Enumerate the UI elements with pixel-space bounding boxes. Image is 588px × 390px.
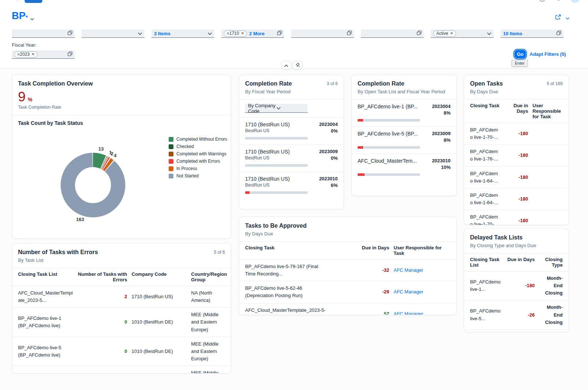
filter-field-7[interactable]: Active✕ [431,29,494,38]
page-header: BP* [12,11,576,24]
fiscal-year-field[interactable]: =2023✕ [12,50,75,59]
table-row[interactable]: AFC_Cloud_MasterTemplate_2023-5... 0 101… [12,366,231,373]
table-row[interactable]: AFC_Cloud_MasterTemplate_2023-5... 2 171… [12,286,231,308]
table-row[interactable]: AFC_Cloud_MasterTemplate_2023-5-62-46 (D… [239,303,456,315]
go-button[interactable]: Go [514,50,526,58]
company-code-cell: 1010 (BestRun DE) [132,348,187,355]
back-icon[interactable] [15,0,18,2]
filter-token[interactable]: =2023✕ [14,51,37,58]
item-title: 1710 (BestRun US) [245,122,290,127]
table-row[interactable]: BP_AFCdemo live-5-62-46 (Depreciation Po… [239,281,456,303]
progress-bar [245,191,308,194]
remove-token-icon[interactable]: ✕ [32,53,35,56]
legend-item[interactable]: Completed Without Errors [169,137,227,142]
table-row[interactable]: BP_AFCdemo live-5... -26 Month-End Closi… [464,300,569,329]
table-row[interactable]: AFC_Cloud_MasterTem... 55 Month-End Clos… [464,330,569,332]
table-row[interactable]: BP_AFCdemo live-5-79-167 (Final Time Rec… [239,260,456,281]
value-help-icon[interactable] [68,51,72,57]
view-by-selector[interactable]: By Company Code [245,104,308,113]
filter-token[interactable]: Active✕ [433,30,456,37]
value-help-icon[interactable] [556,30,561,36]
table-row[interactable]: BP_AFCdemo live-1-64-... -180 [464,188,569,210]
list-item[interactable]: 1710 (BestRun US) BestRun US 2023009 0% [239,145,344,172]
item-title: BP_AFCdemo live-5 (BP... [358,131,418,137]
remove-token-icon[interactable]: ✕ [450,32,453,35]
user-responsible-link[interactable]: AFC Manager [394,310,451,315]
collapse-header-button[interactable] [281,61,291,69]
user-responsible-link[interactable]: AFC Manager [394,288,451,296]
svg-text:2: 2 [111,151,113,156]
region-cell: MEE (Middle and Eastern Europe) [191,311,225,333]
share-icon[interactable] [555,14,561,22]
legend-item[interactable]: Completed with Warnings [169,151,227,156]
table-row[interactable]: BP_AFCdemo live-1 (BP_AFCdemo live) 0 10… [12,308,231,337]
bell-icon[interactable] [556,0,562,2]
due-in-days-cell: 57 [334,310,389,315]
legend-swatch [169,174,173,178]
sap-logo[interactable]: SAP [25,0,42,3]
closing-task-cell: BP_AFCdemo live-1-76-... [470,148,499,163]
card-subtitle: By Days Due [239,229,456,241]
donut-chart[interactable]: 13124163 [47,139,139,231]
due-in-days-cell: -180 [504,217,528,224]
region-cell: NA (North America) [191,289,225,304]
filter-field-5[interactable] [291,29,354,38]
user-responsible-link[interactable]: AFC Manager [394,267,451,274]
value-help-icon[interactable] [277,30,282,36]
card-title: Completion Rate [358,80,404,87]
filter-field-4[interactable]: =1710✕ 2 More [221,29,284,38]
table-row[interactable]: BP_AFCdemo live-5 (BP_AFCdemo live) 0 10… [12,337,231,366]
svg-text:163: 163 [76,217,84,222]
closing-type-cell: Month-End Closing [539,304,563,326]
avatar[interactable]: AM [570,0,580,3]
table-row[interactable]: BP_AFCdemo live-1-64-... -180 [464,167,569,188]
adapt-filters-link[interactable]: Adapt Filters (5) [530,51,566,57]
chevron-down-icon [138,31,142,36]
card-open-tasks: Open Tasks 5 of 169 By Days Due Closing … [464,75,569,225]
table-row[interactable]: BP_AFCdemo live-1-70-... -180 [464,123,569,145]
help-icon[interactable]: ? [539,0,545,1]
filter-field-1[interactable] [12,29,75,38]
filter-field-3[interactable]: 3 Items [151,29,214,38]
value-help-icon[interactable] [347,30,352,36]
value-help-icon[interactable] [417,30,422,36]
chevron-down-icon [126,0,130,1]
card-title: Number of Tasks with Errors [18,249,98,256]
table-row[interactable]: BP_AFCdemo live-1-76-... -180 [464,145,569,166]
kpi-task-completion-rate: 9% Task Completion Rate [12,87,231,115]
card-title: Completion Rate [245,80,292,87]
list-item[interactable]: 1710 (BestRun US) BestRun US 2023004 0% [239,118,344,145]
completion-percent: 8% [425,137,451,143]
legend-item[interactable]: Not Started [169,173,227,178]
filter-field-2[interactable] [82,29,144,38]
item-title: AFC_Cloud_MasterTem... [358,158,417,164]
table-row[interactable]: BP_AFCdemo live-1-70-... -180 [464,210,569,225]
legend-item[interactable]: Completed with Errors [169,159,227,164]
due-in-days-cell: -26 [505,311,535,319]
progress-bar [358,119,420,122]
completion-percent: 0% [312,128,338,134]
list-item[interactable]: BP_AFCdemo live-1 (BP... 2023004 8% [352,100,456,127]
legend-label: Completed with Errors [176,159,220,164]
list-item[interactable]: AFC_Cloud_MasterTem... 2023010 10% [352,154,456,181]
closing-task-cell: BP_AFCdemo live-5-62-46 (Depreciation Po… [245,285,330,299]
filter-field-6[interactable] [361,29,424,38]
list-item[interactable]: 1710 (BestRun US) BestRun US 2023010 6% [239,172,344,199]
closing-task-cell: BP_AFCdemo live-1-64-... [470,170,499,185]
filter-field-8[interactable]: 10 Items [501,29,563,38]
legend-item[interactable]: Checked [169,144,227,149]
fiscal-period: 2023009 [312,149,338,154]
fiscal-period: 2023004 [425,104,451,109]
pin-icon [295,62,300,69]
chevron-down-icon[interactable] [566,15,570,21]
filter-token[interactable]: =1710✕ [224,30,247,37]
remove-token-icon[interactable]: ✕ [241,32,244,35]
item-title: 1710 (BestRun US) [245,149,290,155]
legend-item[interactable]: In Process [169,166,227,171]
list-item[interactable]: BP_AFCdemo live-5 (BP... 2023009 8% [352,127,456,154]
pin-header-button[interactable] [292,61,302,69]
table-row[interactable]: BP_AFCdemo live-1... -180 Month-End Clos… [464,271,569,300]
value-help-icon[interactable] [68,30,72,36]
variant-selector[interactable]: BP* [12,11,34,22]
app-title[interactable]: Financial Close Overview [53,0,123,1]
